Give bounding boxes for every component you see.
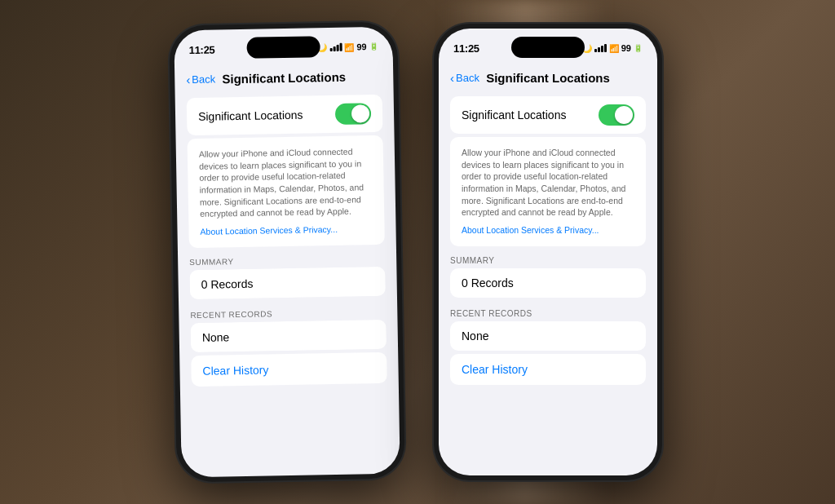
dynamic-island-right [511,37,585,58]
left-nav-title: Significant Locations [222,70,346,86]
left-description-text: Allow your iPhone and iCloud connected d… [199,145,373,220]
left-none-row: None [191,320,387,352]
right-toggle-label: Significant Locations [462,108,566,122]
left-privacy-link[interactable]: About Location Services & Privacy... [200,224,338,237]
right-toggle-card: Significant Locations [450,96,646,134]
left-none-card: None [191,320,387,352]
left-status-icons: 🌙 📶 99 🔋 [317,42,378,52]
left-wifi-icon: 📶 [344,42,354,51]
left-clear-history-card: Clear History [191,352,387,387]
signal-bar-2 [333,46,335,51]
left-phone: 11:25 🌙 📶 99 🔋 ‹ [169,22,405,483]
signal-bar-1 [329,48,332,51]
left-signal [329,43,342,51]
left-records-row: 0 Records [189,267,386,299]
left-chevron-icon: ‹ [186,73,190,86]
right-wifi-icon: 📶 [609,44,619,53]
signal-bar-4 [339,43,342,51]
left-battery: 99 [356,42,366,51]
left-description-card: Allow your iPhone and iCloud connected d… [188,135,385,248]
right-clear-history-card: Clear History [450,354,646,385]
right-signal-bar-2 [598,47,600,52]
right-clear-history-button[interactable]: Clear History [462,363,528,376]
dynamic-island-left [246,36,320,59]
right-back-label: Back [456,72,479,84]
right-records-card: 0 Records [450,268,646,298]
right-signal-bar-3 [601,46,603,52]
right-chevron-icon: ‹ [450,71,454,85]
left-back-label: Back [192,73,215,86]
phones-container: 11:25 🌙 📶 99 🔋 ‹ [173,24,662,480]
right-none-row: None [450,321,646,351]
right-battery: 99 [621,43,631,53]
right-recent-label: RECENT RECORDS [439,301,657,321]
right-toggle-row: Significant Locations [450,96,646,134]
left-toggle-row: Significant Locations [187,95,383,135]
right-signal [594,44,607,52]
left-clear-history-button[interactable]: Clear History [202,364,268,378]
right-signal-bar-1 [594,49,597,52]
right-signal-bar-4 [604,44,607,52]
left-toggle-card: Significant Locations [187,95,383,135]
right-battery-icon: 🔋 [634,44,643,52]
right-back-button[interactable]: ‹ Back [450,72,479,85]
left-nav-bar: ‹ Back Significant Locations [175,66,393,94]
right-nav-title: Significant Locations [486,71,610,85]
right-content: Significant Locations Allow your iPhone … [439,91,657,388]
right-nav-bar: ‹ Back Significant Locations [439,68,657,91]
right-records-row: 0 Records [450,268,646,298]
right-description-text: Allow your iPhone and iCloud connected d… [462,147,634,219]
right-phone: 11:25 🌙 📶 99 🔋 ‹ [434,24,662,480]
right-description-card: Allow your iPhone and iCloud connected d… [450,137,646,246]
left-time: 11:25 [189,43,215,56]
right-status-icons: 🌙 📶 99 🔋 [582,43,643,53]
left-records-card: 0 Records [189,267,386,299]
left-back-button[interactable]: ‹ Back [186,73,215,86]
right-toggle-switch[interactable] [599,104,634,126]
right-none-card: None [450,321,646,351]
left-toggle-switch[interactable] [335,103,371,125]
left-toggle-label: Significant Locations [198,108,303,123]
signal-bar-3 [336,45,338,51]
left-phone-screen: 11:25 🌙 📶 99 🔋 ‹ [174,27,400,478]
right-summary-label: SUMMARY [439,248,657,268]
right-phone-screen: 11:25 🌙 📶 99 🔋 ‹ [439,29,657,475]
left-battery-icon: 🔋 [369,42,378,51]
right-privacy-link[interactable]: About Location Services & Privacy... [462,225,599,235]
left-content: Significant Locations Allow your iPhone … [175,90,399,391]
right-time: 11:25 [453,42,479,55]
